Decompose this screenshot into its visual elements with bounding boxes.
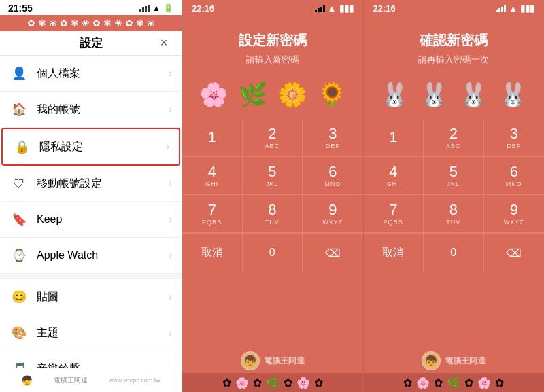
time-middle: 22:16 bbox=[192, 3, 214, 14]
account-label: 我的帳號 bbox=[37, 103, 169, 117]
flower-deco-bottom-right: ✿🌸✿🌿✿🌸✿ bbox=[364, 373, 545, 392]
menu-item-mobile[interactable]: 🛡 移動帳號設定 › bbox=[0, 166, 182, 202]
menu-item-apple-watch[interactable]: ⌚ Apple Watch › bbox=[0, 238, 182, 274]
privacy-label: 隱私設定 bbox=[39, 140, 166, 154]
sticker-chevron: › bbox=[169, 291, 172, 303]
num-1-right[interactable]: 1 bbox=[364, 119, 424, 157]
keep-icon: 🔖 bbox=[10, 210, 29, 229]
num-3-middle[interactable]: 3 DEF bbox=[303, 119, 363, 157]
mobile-label: 移動帳號設定 bbox=[37, 177, 169, 191]
num-8-right[interactable]: 8 TUV bbox=[424, 195, 484, 233]
status-bar-right: 22:16 ▲ ▮▮▮ bbox=[364, 0, 545, 15]
menu-item-sticker[interactable]: 😊 貼圖 › bbox=[0, 279, 182, 315]
signal-icon-left bbox=[139, 5, 150, 12]
cancel-btn-right[interactable]: 取消 bbox=[364, 234, 424, 272]
menu-item-ringtone[interactable]: 🎵 音樂鈴聲 › bbox=[0, 351, 182, 368]
backspace-label-right: ⌫ bbox=[506, 247, 522, 260]
mobile-chevron: › bbox=[169, 177, 172, 190]
menu-item-account[interactable]: 🏠 我的帳號 › bbox=[0, 92, 182, 128]
num-4-right[interactable]: 4 GHI bbox=[364, 157, 424, 195]
num-5-right[interactable]: 5 JKL bbox=[424, 157, 484, 195]
zero-btn-right[interactable]: 0 bbox=[424, 234, 484, 272]
num-1-middle[interactable]: 1 bbox=[182, 119, 243, 157]
num-6-right[interactable]: 6 MNO bbox=[484, 157, 545, 195]
backspace-btn-middle[interactable]: ⌫ bbox=[303, 234, 363, 272]
watermark-bottom-left: 電腦王阿達 bbox=[54, 376, 88, 385]
account-chevron: › bbox=[169, 103, 172, 115]
watermark-text-middle: 電腦王阿達 bbox=[264, 355, 305, 367]
settings-panel: 21:55 ▲ 🔋 ✿✾❀✿✾❀✿✾❀✿✾❀ 設定 × 👤 個人檔案 › 🏠 我… bbox=[0, 0, 182, 392]
status-bar-middle: 22:16 ▲ ▮▮▮ bbox=[182, 0, 363, 15]
bunny-2: 🐰 bbox=[420, 81, 448, 108]
set-password-panel: 22:16 ▲ ▮▮▮ 設定新密碼 請輸入新密碼 🌸 🌿 🌼 🌻 1 2 ABC… bbox=[182, 0, 364, 392]
emoji-2: 🌿 bbox=[239, 81, 267, 108]
zero-btn-middle[interactable]: 0 bbox=[243, 234, 303, 272]
menu-item-theme[interactable]: 🎨 主題 › bbox=[0, 315, 182, 351]
flower-deco-bottom-middle: ✿🌸✿🌿✿🌸✿ bbox=[182, 373, 363, 392]
set-password-title: 設定新密碼 bbox=[239, 31, 307, 50]
cancel-label-middle: 取消 bbox=[201, 246, 223, 260]
confirm-password-title: 確認新密碼 bbox=[420, 31, 488, 50]
num-4-middle[interactable]: 4 GHI bbox=[182, 157, 243, 195]
apple-watch-icon: ⌚ bbox=[10, 246, 29, 265]
ringtone-chevron: › bbox=[169, 363, 172, 368]
zero-label-right: 0 bbox=[450, 247, 456, 259]
num-3-right[interactable]: 3 DEF bbox=[484, 119, 545, 157]
num-5-middle[interactable]: 5 JKL bbox=[243, 157, 303, 195]
settings-header: 設定 × bbox=[0, 31, 182, 56]
watermark-avatar-right: 👦 bbox=[422, 351, 441, 370]
bottom-bar: 👦 電腦王阿達 www.kocpc.com.tw bbox=[0, 368, 182, 392]
apple-watch-label: Apple Watch bbox=[37, 249, 169, 262]
keep-label: Keep bbox=[37, 213, 169, 226]
bottom-bar-avatar: 👦 bbox=[21, 375, 33, 386]
privacy-chevron: › bbox=[166, 141, 169, 153]
num-6-middle[interactable]: 6 MNO bbox=[303, 157, 363, 195]
time-right: 22:16 bbox=[373, 3, 396, 14]
sticker-label: 貼圖 bbox=[37, 290, 169, 304]
numpad-right: 1 2 ABC 3 DEF 4 GHI 5 JKL 6 MNO 7 PQRS 8 bbox=[364, 119, 545, 233]
battery-icon-right: ▮▮▮ bbox=[520, 3, 534, 14]
theme-icon: 🎨 bbox=[10, 323, 29, 342]
watermark-text-right: 電腦王阿達 bbox=[445, 355, 486, 367]
status-icons-middle: ▲ ▮▮▮ bbox=[315, 3, 354, 14]
apple-watch-chevron: › bbox=[169, 249, 172, 262]
num-9-right[interactable]: 9 WXYZ bbox=[484, 195, 545, 233]
numpad-bottom-right: 取消 0 ⌫ bbox=[364, 233, 545, 272]
bunny-1: 🐰 bbox=[380, 81, 409, 108]
menu-item-profile[interactable]: 👤 個人檔案 › bbox=[0, 56, 182, 92]
num-2-right[interactable]: 2 ABC bbox=[424, 119, 484, 157]
emoji-row-right: 🐰 🐰 🐰 🐰 bbox=[380, 81, 527, 108]
signal-icon-right bbox=[496, 5, 506, 12]
battery-icon-left: 🔋 bbox=[163, 3, 173, 13]
mobile-icon: 🛡 bbox=[10, 174, 29, 193]
profile-label: 個人檔案 bbox=[37, 67, 169, 81]
watermark-right: 👦 電腦王阿達 bbox=[422, 351, 486, 370]
profile-icon: 👤 bbox=[10, 64, 29, 83]
cancel-btn-middle[interactable]: 取消 bbox=[182, 234, 243, 272]
numpad-bottom-middle: 取消 0 ⌫ bbox=[182, 233, 363, 272]
signal-icon-middle bbox=[315, 5, 325, 12]
num-8-middle[interactable]: 8 TUV bbox=[243, 195, 303, 233]
num-7-middle[interactable]: 7 PQRS bbox=[182, 195, 243, 233]
confirm-password-panel: 22:16 ▲ ▮▮▮ 確認新密碼 請再輸入密碼一次 🐰 🐰 🐰 🐰 1 2 A… bbox=[364, 0, 545, 392]
num-2-middle[interactable]: 2 ABC bbox=[243, 119, 303, 157]
divider-1 bbox=[0, 274, 182, 279]
account-icon: 🏠 bbox=[10, 100, 29, 119]
backspace-btn-right[interactable]: ⌫ bbox=[484, 234, 545, 272]
emoji-4: 🌻 bbox=[318, 81, 346, 108]
close-button[interactable]: × bbox=[156, 35, 172, 52]
emoji-row-middle: 🌸 🌿 🌼 🌻 bbox=[199, 81, 346, 108]
settings-title: 設定 bbox=[80, 35, 103, 51]
sticker-icon: 😊 bbox=[10, 287, 29, 306]
wifi-icon-right: ▲ bbox=[509, 3, 517, 14]
time-left: 21:55 bbox=[8, 3, 33, 14]
privacy-icon: 🔒 bbox=[12, 137, 31, 156]
zero-label-middle: 0 bbox=[269, 247, 275, 259]
watermark-middle: 👦 電腦王阿達 bbox=[241, 351, 305, 370]
num-7-right[interactable]: 7 PQRS bbox=[364, 195, 424, 233]
menu-item-privacy[interactable]: 🔒 隱私設定 › bbox=[1, 128, 180, 166]
profile-chevron: › bbox=[169, 67, 172, 79]
watermark-avatar-middle: 👦 bbox=[241, 351, 260, 370]
menu-item-keep[interactable]: 🔖 Keep › bbox=[0, 202, 182, 238]
num-9-middle[interactable]: 9 WXYZ bbox=[303, 195, 363, 233]
